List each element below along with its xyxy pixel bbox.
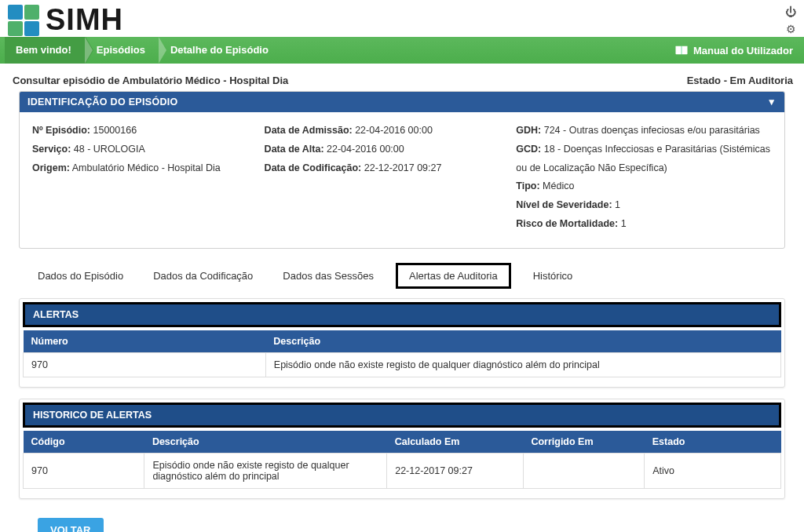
history-header: HISTORICO DE ALERTAS <box>25 405 779 425</box>
tab-dados-episodio[interactable]: Dados do Episódio <box>30 265 131 286</box>
severity-value: 1 <box>615 199 620 210</box>
tab-dados-sessoes[interactable]: Dados das Sessões <box>275 265 382 286</box>
tab-historico[interactable]: Histórico <box>525 265 581 286</box>
history-col-codigo: Código <box>24 431 144 454</box>
alert-number: 970 <box>24 352 266 377</box>
type-value: Médico <box>543 180 574 191</box>
alerts-header: ALERTAS <box>25 304 779 325</box>
tab-alertas-auditoria[interactable]: Alertas de Auditoria <box>396 263 511 289</box>
page-title: Consultar episódio de Ambulatório Médico… <box>13 75 288 86</box>
settings-icon[interactable]: ⚙ <box>786 23 796 35</box>
origin-value: Ambulatório Médico - Hospital Dia <box>72 162 221 173</box>
history-table: Código Descrição Calculado Em Corrigido … <box>23 431 781 489</box>
alert-description: Episódio onde não existe registo de qual… <box>265 352 780 377</box>
top-bar: SIMH ⏻ ⚙ <box>0 0 804 37</box>
history-state: Ativo <box>645 453 781 488</box>
service-value: 48 - UROLOGIA <box>74 144 145 155</box>
breadcrumb-bar: Bem vindo! Episódios Detalhe do Episódio… <box>0 37 804 64</box>
alerts-section: ALERTAS Número Descrição 970 Episódio on… <box>19 298 785 388</box>
discharge-date: 22-04-2016 00:00 <box>327 144 404 155</box>
logo: SIMH <box>8 3 123 37</box>
history-section: HISTORICO DE ALERTAS Código Descrição Ca… <box>19 399 785 499</box>
logo-icon <box>8 5 39 36</box>
table-row: 970 Episódio onde não existe registo de … <box>24 352 781 377</box>
brand-text: SIMH <box>46 3 123 37</box>
mortality-value: 1 <box>621 218 627 229</box>
coding-date: 22-12-2017 09:27 <box>364 162 442 173</box>
back-button[interactable]: VOLTAR <box>38 518 104 533</box>
table-row: 970 Episódio onde não existe registo de … <box>24 453 781 488</box>
alerts-col-descricao: Descrição <box>265 330 780 353</box>
state-label: Estado - Em Auditoria <box>687 75 793 86</box>
history-corrected <box>523 453 644 488</box>
history-description: Episódio onde não existe registo de qual… <box>144 453 387 488</box>
breadcrumb-detail: Detalhe do Episódio <box>159 37 283 64</box>
tab-bar: Dados do Episódio Dados da Codificação D… <box>30 258 793 295</box>
alerts-col-numero: Número <box>24 330 266 353</box>
gcd-value: 18 - Doenças Infecciosas e Parasitárias … <box>516 144 770 173</box>
breadcrumb-episodes[interactable]: Episódios <box>86 37 159 64</box>
admission-date: 22-04-2016 00:00 <box>355 125 433 136</box>
history-col-descricao: Descrição <box>144 431 387 454</box>
gdh-value: 724 - Outras doenças infeciosas e/ou par… <box>544 125 760 136</box>
manual-link[interactable]: Manual do Utilizador <box>674 45 804 56</box>
identification-panel: IDENTIFICAÇÃO DO EPISÓDIO ▼ Nº Episódio:… <box>19 91 785 249</box>
book-icon <box>674 45 689 56</box>
history-calculated: 22-12-2017 09:27 <box>387 453 524 488</box>
history-code: 970 <box>24 453 144 488</box>
manual-label: Manual do Utilizador <box>693 45 793 56</box>
tab-dados-codificacao[interactable]: Dados da Codificação <box>145 265 261 286</box>
breadcrumb-welcome: Bem vindo! <box>5 37 86 64</box>
alerts-table: Número Descrição 970 Episódio onde não e… <box>23 330 781 377</box>
history-col-estado: Estado <box>645 431 781 454</box>
power-icon[interactable]: ⏻ <box>785 5 796 18</box>
episode-number: 15000166 <box>93 125 137 136</box>
chevron-down-icon: ▼ <box>767 97 777 107</box>
history-col-corrigido: Corrigido Em <box>523 431 644 454</box>
identification-header[interactable]: IDENTIFICAÇÃO DO EPISÓDIO ▼ <box>20 92 784 112</box>
history-col-calculado: Calculado Em <box>387 431 524 454</box>
